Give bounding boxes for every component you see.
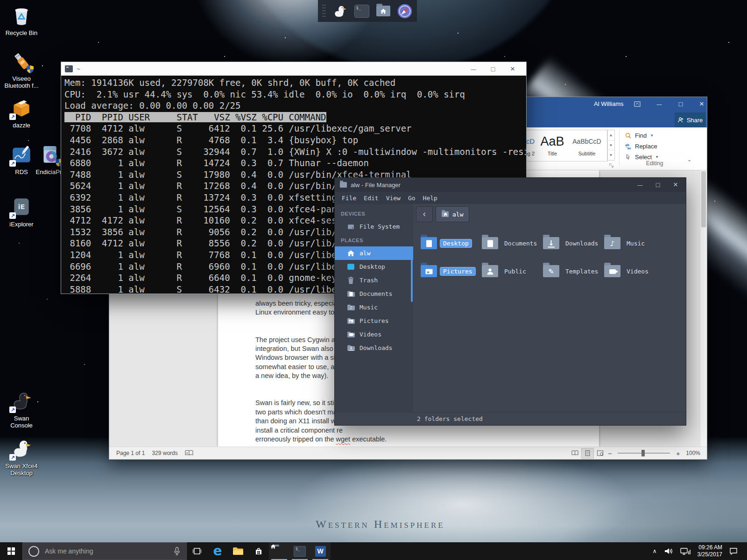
folder-item-music[interactable]: ♪Music: [604, 235, 648, 252]
folder-item-public[interactable]: Public: [482, 263, 529, 280]
desktop-icon-viseeo[interactable]: Viseeo Bluetooth f...: [1, 49, 42, 89]
minimize-button[interactable]: [464, 62, 483, 76]
start-button[interactable]: [0, 542, 22, 560]
gallery-down-icon[interactable]: ▼: [607, 140, 614, 151]
maximize-button[interactable]: [653, 178, 663, 192]
zoom-out-button[interactable]: −: [606, 449, 613, 457]
file-explorer-taskbar-button[interactable]: [228, 542, 248, 560]
word-count[interactable]: 329 words: [152, 450, 177, 456]
sidebar-item-videos[interactable]: Videos: [335, 328, 413, 341]
sidebar-item-file-system[interactable]: File System: [335, 220, 413, 233]
style-subtitle[interactable]: AaBbCcD Subtitle: [567, 130, 606, 161]
sidebar-item-trash[interactable]: Trash: [335, 273, 413, 287]
task-view-button[interactable]: [187, 542, 207, 560]
sidebar-item-desktop[interactable]: Desktop: [335, 260, 413, 273]
desktop-icon-iexplorer[interactable]: iE iExplorer: [1, 194, 42, 228]
action-center-icon[interactable]: [729, 547, 738, 555]
folder-item-templates[interactable]: ✎Templates: [543, 263, 601, 280]
find-dropdown-icon[interactable]: ▼: [650, 133, 654, 138]
style-title[interactable]: AaB Title: [537, 130, 567, 161]
cortana-search-box[interactable]: Ask me anything: [22, 542, 187, 560]
dialog-launcher-icon[interactable]: [609, 163, 614, 168]
terminal-titlebar: ~: [61, 62, 526, 76]
image-emblem: [349, 320, 353, 323]
select-dropdown-icon[interactable]: ▼: [655, 155, 659, 159]
terminal-launcher-icon[interactable]: $_: [354, 3, 369, 20]
menu-help[interactable]: Help: [423, 195, 437, 202]
word-taskbar-button[interactable]: W: [310, 542, 331, 560]
path-button[interactable]: alw: [436, 206, 469, 222]
read-mode-button[interactable]: [569, 448, 581, 459]
zoom-in-button[interactable]: +: [675, 449, 681, 457]
style-name: Title: [548, 151, 557, 156]
desktop-icon-recycle-bin[interactable]: Recycle Bin: [1, 3, 42, 36]
zoom-slider-thumb[interactable]: [641, 450, 645, 456]
tray-expand-icon[interactable]: ∧: [653, 548, 657, 554]
share-button[interactable]: Share: [675, 112, 705, 127]
page-emblem: [487, 240, 493, 247]
menu-edit[interactable]: Edit: [364, 195, 378, 202]
back-button[interactable]: [416, 206, 433, 222]
taskbar-clock[interactable]: 09:26 AM 3/25/2017: [698, 544, 722, 558]
volume-icon[interactable]: [664, 547, 673, 555]
ribbon-display-options-button[interactable]: [629, 97, 646, 111]
maximize-button[interactable]: [483, 62, 503, 76]
microphone-icon[interactable]: [173, 547, 181, 556]
close-button[interactable]: [693, 97, 710, 111]
menu-go[interactable]: Go: [408, 195, 416, 202]
close-button[interactable]: [503, 62, 522, 76]
zoom-level[interactable]: 100%: [686, 450, 700, 456]
store-taskbar-button[interactable]: [248, 542, 269, 560]
sidebar-item-documents[interactable]: Documents: [335, 287, 413, 301]
sidebar-item-pictures[interactable]: Pictures: [335, 314, 413, 328]
desktop-icon-dazzle[interactable]: dazzle: [1, 95, 42, 129]
minimize-button[interactable]: [635, 178, 645, 192]
proofing-status-icon[interactable]: [185, 450, 193, 456]
desktop-icon-label: Recycle Bin: [6, 29, 38, 36]
gallery-up-icon[interactable]: ▲: [607, 130, 614, 140]
folder-item-pictures[interactable]: Pictures: [421, 263, 475, 280]
file-manager-view[interactable]: DesktopDocuments↓Downloads♪MusicPictures…: [413, 224, 686, 412]
folder-item-desktop[interactable]: Desktop: [421, 235, 472, 252]
folder-label: Pictures: [440, 267, 475, 275]
file-manager-taskbar-button[interactable]: [269, 542, 289, 560]
edge-taskbar-button[interactable]: e: [207, 542, 228, 560]
gallery-more-icon[interactable]: ▼: [607, 150, 614, 160]
find-button[interactable]: Find ▼: [625, 130, 684, 141]
sidebar-item-downloads[interactable]: ↓Downloads: [335, 341, 413, 355]
menu-file[interactable]: File: [342, 195, 356, 202]
misspelled-word: wget: [336, 435, 351, 443]
folder-item-downloads[interactable]: ↓Downloads: [543, 235, 601, 252]
web-layout-button[interactable]: [594, 448, 606, 459]
sidebar-item-alw[interactable]: alw: [335, 246, 413, 260]
sidebar-section-header: PLACES: [341, 238, 413, 243]
select-label: Select: [635, 154, 652, 161]
close-button[interactable]: [670, 178, 681, 192]
folder-item-documents[interactable]: Documents: [482, 235, 540, 252]
replace-button[interactable]: abac Replace: [625, 141, 684, 152]
sidebar-item-music[interactable]: ♪Music: [335, 301, 413, 314]
folder-item-videos[interactable]: Videos: [604, 263, 651, 280]
maximize-button[interactable]: [672, 97, 689, 111]
swan-launcher-icon[interactable]: [332, 3, 348, 20]
scrollbar-thumb[interactable]: [701, 171, 706, 227]
dock-drag-handle[interactable]: [322, 4, 326, 19]
desktop-icon-swan-console[interactable]: Swan Console: [1, 388, 42, 429]
document-scrollbar[interactable]: [700, 170, 707, 447]
zoom-slider[interactable]: [618, 453, 670, 454]
folder-icon: ↓: [347, 344, 355, 352]
minimize-button[interactable]: [651, 97, 668, 111]
wallpaper-caption: Western Hemisphere: [316, 518, 445, 531]
collapse-ribbon-icon[interactable]: ⌃: [687, 159, 691, 165]
desktop-icon-swan-xfce4-desktop[interactable]: Swan Xfce4 Desktop: [1, 436, 42, 476]
page-emblem: [426, 240, 432, 247]
browser-launcher-icon[interactable]: [397, 3, 413, 20]
network-icon[interactable]: [680, 547, 691, 555]
page-indicator[interactable]: Page 1 of 1: [116, 450, 145, 456]
print-layout-button[interactable]: [581, 448, 594, 459]
sidebar-scrollbar-thumb[interactable]: [411, 256, 413, 302]
menu-view[interactable]: View: [386, 195, 401, 202]
document-line: erroneously tripped on the wget executab…: [255, 435, 573, 444]
terminal-taskbar-button[interactable]: $_: [289, 542, 310, 560]
file-manager-launcher-icon[interactable]: [375, 3, 391, 20]
